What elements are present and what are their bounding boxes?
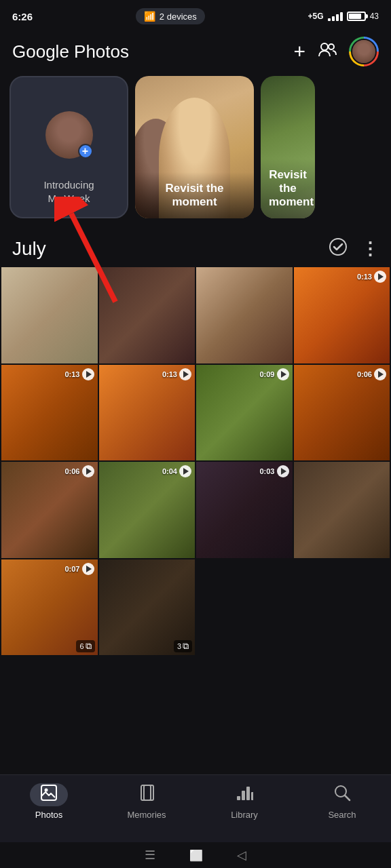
nav-memories[interactable]: Memories — [98, 781, 196, 820]
app-header: Google Photos + — [0, 30, 391, 76]
video-duration-4: 0:13 — [357, 271, 386, 283]
status-devices: 📶 2 devices — [136, 8, 205, 24]
section-title: July — [12, 238, 46, 260]
nav-library-label: Library — [231, 810, 258, 820]
header-actions: + — [293, 37, 379, 66]
play-icon-10 — [179, 465, 191, 477]
video-duration-11: 0:03 — [259, 465, 288, 477]
svg-rect-10 — [242, 791, 245, 800]
play-icon-13 — [82, 563, 94, 575]
svg-line-14 — [345, 795, 350, 800]
grid-photo-14[interactable]: 3 ⧉ — [99, 559, 196, 656]
svg-rect-7 — [141, 785, 151, 800]
grid-photo-11[interactable]: 0:03 — [196, 462, 293, 558]
title-google: Google — [12, 41, 69, 62]
story-avatar-wrap: + — [45, 111, 93, 159]
sys-home-button[interactable]: ⬜ — [189, 849, 203, 862]
revisit-moment-card-1[interactable]: Revisit themoment — [135, 76, 254, 218]
grid-photo-12[interactable] — [294, 462, 390, 558]
section-actions: ⋮ — [329, 237, 379, 260]
nav-memories-icon-wrap — [128, 783, 166, 806]
library-icon — [236, 784, 253, 806]
nav-photos-label: Photos — [35, 810, 62, 820]
play-icon-4 — [374, 271, 386, 283]
sys-back-button[interactable]: ◁ — [237, 848, 246, 863]
play-icon-9 — [82, 465, 94, 477]
svg-point-1 — [329, 44, 334, 50]
play-icon-7 — [277, 368, 289, 380]
search-icon — [333, 784, 351, 806]
nav-search-icon-wrap — [323, 783, 361, 806]
nav-photos[interactable]: Photos — [0, 781, 98, 820]
play-icon-6 — [179, 368, 191, 380]
story-label-2: Revisit themoment — [261, 159, 315, 218]
video-duration-8: 0:06 — [357, 368, 386, 380]
grid-photo-1[interactable] — [1, 267, 98, 363]
play-icon-11 — [277, 465, 289, 477]
title-photos: Photos — [69, 41, 129, 62]
battery-level: 43 — [370, 12, 379, 21]
my-week-label: IntroducingMy Week — [43, 178, 94, 205]
svg-point-6 — [45, 789, 48, 792]
devices-label: 2 devices — [160, 12, 197, 22]
grid-photo-7[interactable]: 0:09 — [196, 365, 293, 461]
my-week-card[interactable]: + IntroducingMy Week — [10, 76, 128, 218]
5g-icon: +5G — [308, 12, 324, 21]
svg-rect-5 — [41, 785, 56, 800]
memories-icon — [138, 784, 155, 806]
grid-photo-13[interactable]: 0:07 6 ⧉ — [1, 559, 98, 656]
play-icon-5 — [82, 368, 94, 380]
select-button[interactable] — [329, 237, 348, 260]
revisit-moment-card-2[interactable]: Revisit themoment — [261, 76, 315, 218]
status-right: +5G 43 — [308, 12, 379, 21]
add-story-button[interactable]: + — [78, 144, 93, 159]
system-nav: ☰ ⬜ ◁ — [0, 842, 391, 868]
nav-library-icon-wrap — [225, 783, 263, 806]
video-duration-13: 0:07 — [64, 563, 94, 575]
sys-menu-button[interactable]: ☰ — [145, 848, 155, 863]
more-button[interactable]: ⋮ — [361, 239, 379, 260]
video-duration-6: 0:13 — [162, 368, 191, 380]
nav-search[interactable]: Search — [293, 781, 391, 820]
signal-bars — [328, 12, 343, 21]
stack-badge-13: 6 ⧉ — [76, 640, 94, 652]
grid-photo-3[interactable] — [196, 267, 293, 363]
svg-point-4 — [330, 239, 346, 255]
svg-rect-8 — [144, 785, 153, 800]
add-button[interactable]: + — [293, 40, 305, 63]
nav-search-label: Search — [328, 810, 356, 820]
svg-rect-11 — [246, 787, 250, 800]
status-time: 6:26 — [12, 11, 33, 22]
grid-photo-5[interactable]: 0:13 — [1, 365, 98, 461]
svg-rect-9 — [237, 796, 240, 800]
video-duration-7: 0:09 — [259, 368, 288, 380]
share-people-button[interactable] — [318, 40, 337, 64]
nav-photos-icon-wrap — [30, 783, 68, 806]
photos-icon — [40, 784, 58, 806]
grid-photo-6[interactable]: 0:13 — [99, 365, 196, 461]
play-icon-8 — [374, 368, 386, 380]
wifi-icon: 📶 — [144, 11, 155, 22]
app-title: Google Photos — [12, 41, 129, 62]
photo-grid: 0:13 0:13 0:13 0:09 0:06 0:06 — [0, 267, 391, 655]
nav-memories-label: Memories — [127, 810, 166, 820]
user-avatar[interactable] — [349, 37, 379, 66]
grid-photo-2[interactable] — [99, 267, 196, 363]
grid-photo-8[interactable]: 0:06 — [294, 365, 390, 461]
grid-photo-4[interactable]: 0:13 — [294, 267, 390, 363]
stack-badge-14: 3 ⧉ — [174, 640, 192, 652]
video-duration-9: 0:06 — [64, 465, 94, 477]
video-duration-5: 0:13 — [64, 368, 94, 380]
nav-library[interactable]: Library — [196, 781, 293, 820]
grid-photo-10[interactable]: 0:04 — [99, 462, 196, 558]
stories-row: + IntroducingMy Week Revisit themoment R… — [0, 76, 391, 225]
grid-photo-9[interactable]: 0:06 — [1, 462, 98, 558]
bottom-nav: Photos Memories Library — [0, 774, 391, 842]
story-label-1: Revisit themoment — [135, 172, 254, 218]
svg-rect-12 — [251, 792, 253, 800]
battery-icon — [347, 12, 366, 21]
video-duration-10: 0:04 — [162, 465, 191, 477]
section-header: July ⋮ — [0, 225, 391, 267]
status-bar: 6:26 📶 2 devices +5G 43 — [0, 0, 391, 30]
svg-point-0 — [321, 43, 328, 50]
